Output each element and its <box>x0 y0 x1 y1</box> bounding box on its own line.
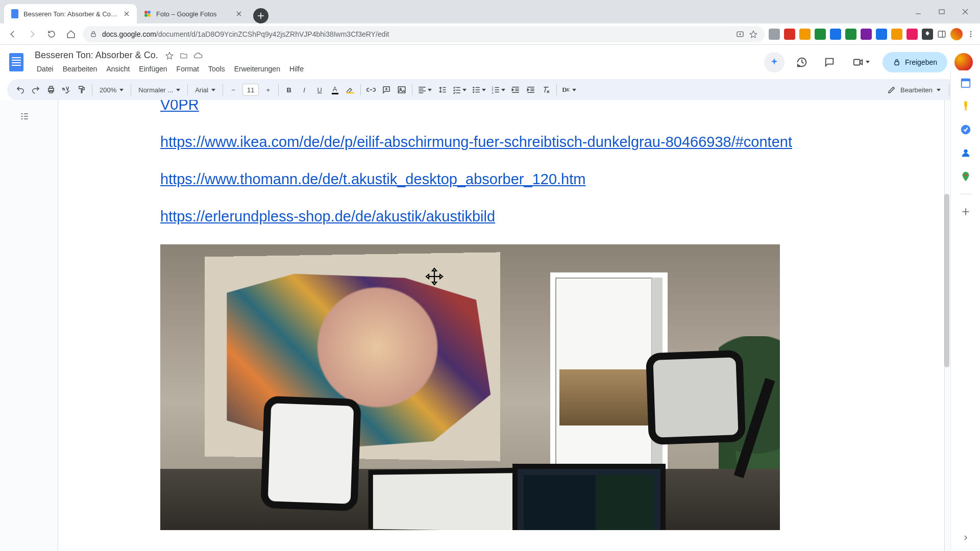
add-comment-button[interactable] <box>379 83 394 97</box>
increase-indent-button[interactable] <box>524 83 538 97</box>
hide-side-panel-button[interactable] <box>962 534 970 542</box>
reload-button[interactable] <box>44 27 59 42</box>
document-link[interactable]: V0PR <box>160 100 908 115</box>
paragraph-style-select[interactable]: Normaler ... <box>134 83 184 97</box>
extension-icon[interactable] <box>861 29 872 40</box>
gemini-button[interactable] <box>764 52 785 72</box>
extension-icon[interactable] <box>830 29 841 40</box>
meet-button[interactable] <box>847 52 875 72</box>
menu-edit[interactable]: Bearbeiten <box>59 63 102 75</box>
tab-docs[interactable]: Besseren Ton: Absorber & Co. - G <box>4 4 137 23</box>
redo-button[interactable] <box>29 83 43 97</box>
close-icon[interactable] <box>122 10 131 18</box>
document-canvas[interactable]: V0PR https://www.ikea.com/de/de/p/eilif-… <box>0 100 950 551</box>
insert-link-button[interactable] <box>364 83 378 97</box>
italic-button[interactable]: I <box>297 83 311 97</box>
bold-button[interactable]: B <box>282 83 296 97</box>
svg-rect-13 <box>895 61 899 65</box>
checklist-button[interactable] <box>450 83 469 97</box>
vertical-scrollbar[interactable] <box>944 194 949 367</box>
tab-photos[interactable]: Foto – Google Fotos <box>137 4 249 23</box>
outline-toggle-button[interactable] <box>15 107 34 126</box>
svg-point-32 <box>964 174 967 177</box>
paint-format-button[interactable] <box>75 83 89 97</box>
svg-rect-15 <box>50 86 53 88</box>
menu-tools[interactable]: Tools <box>204 63 229 75</box>
tasks-icon[interactable] <box>960 123 972 136</box>
line-spacing-button[interactable] <box>435 83 449 97</box>
install-icon[interactable] <box>736 30 744 38</box>
font-size-input[interactable]: 11 <box>242 84 259 96</box>
contacts-icon[interactable] <box>960 147 972 159</box>
document-link[interactable]: https://erlerundpless-shop.de/de/akustik… <box>160 207 908 227</box>
extension-icon[interactable] <box>891 29 902 40</box>
get-addons-button[interactable] <box>960 206 972 218</box>
underline-button[interactable]: U <box>312 83 327 97</box>
font-select[interactable]: Arial <box>191 83 219 97</box>
menu-extensions[interactable]: Erweiterungen <box>230 63 284 75</box>
menu-view[interactable]: Ansicht <box>102 63 134 75</box>
svg-point-20 <box>473 89 474 91</box>
menu-format[interactable]: Format <box>173 63 203 75</box>
side-panel-icon[interactable] <box>937 30 946 39</box>
new-tab-button[interactable] <box>253 8 268 23</box>
maps-icon[interactable] <box>960 170 972 183</box>
document-title[interactable]: Besseren Ton: Absorber & Co. <box>33 49 160 62</box>
star-icon[interactable] <box>164 51 175 61</box>
docs-logo[interactable] <box>7 51 26 73</box>
extension-icon[interactable] <box>799 29 811 40</box>
back-button[interactable] <box>5 27 20 42</box>
dictate-button[interactable]: DE <box>560 83 578 97</box>
document-image[interactable] <box>160 244 780 530</box>
extension-icon[interactable] <box>906 29 918 40</box>
star-icon[interactable] <box>749 30 757 38</box>
history-button[interactable] <box>792 52 812 72</box>
menu-icon[interactable] <box>967 30 975 38</box>
document-link[interactable]: https://www.ikea.com/de/de/p/eilif-absch… <box>160 132 908 152</box>
home-button[interactable] <box>63 27 79 42</box>
share-button[interactable]: Freigeben <box>883 52 947 72</box>
menu-file[interactable]: Datei <box>33 63 58 75</box>
spellcheck-button[interactable] <box>59 83 74 97</box>
text-color-button[interactable]: A <box>328 83 342 97</box>
omnibox[interactable]: docs.google.com/document/d/1aD8O9YcinZCS… <box>83 26 765 42</box>
svg-text:3: 3 <box>492 91 494 94</box>
calendar-icon[interactable] <box>960 77 972 89</box>
extension-icon[interactable] <box>784 29 795 40</box>
menu-help[interactable]: Hilfe <box>285 63 308 75</box>
docs-header: Besseren Ton: Absorber & Co. Datei Bearb… <box>0 45 980 75</box>
extension-icon[interactable] <box>769 29 780 40</box>
keep-icon[interactable] <box>960 100 972 112</box>
document-link[interactable]: https://www.thomann.de/de/t.akustik_desk… <box>160 169 908 189</box>
decrease-font-button[interactable]: − <box>226 84 240 96</box>
extension-icon[interactable] <box>845 29 856 40</box>
comments-button[interactable] <box>819 52 840 72</box>
close-window-icon[interactable] <box>953 4 977 19</box>
clear-formatting-button[interactable] <box>539 83 553 97</box>
chevron-down-icon <box>428 89 432 91</box>
decrease-indent-button[interactable] <box>508 83 523 97</box>
extension-icon[interactable] <box>815 29 826 40</box>
extensions-menu-icon[interactable] <box>922 29 933 40</box>
menu-insert[interactable]: Einfügen <box>135 63 171 75</box>
extension-icon[interactable] <box>876 29 887 40</box>
zoom-select[interactable]: 200% <box>95 83 128 97</box>
cloud-status-icon[interactable] <box>193 51 203 61</box>
insert-image-button[interactable] <box>395 83 409 97</box>
editing-mode-select[interactable]: Bearbeiten <box>882 85 946 94</box>
move-icon[interactable] <box>179 51 189 61</box>
profile-avatar[interactable] <box>950 28 963 40</box>
account-avatar[interactable] <box>954 53 973 71</box>
bulleted-list-button[interactable] <box>470 83 488 97</box>
align-button[interactable] <box>415 83 434 97</box>
chevron-down-icon <box>482 89 486 91</box>
undo-button[interactable] <box>13 83 28 97</box>
close-icon[interactable] <box>235 10 243 18</box>
maximize-icon[interactable] <box>930 4 953 19</box>
highlight-button[interactable] <box>343 83 357 97</box>
numbered-list-button[interactable]: 123 <box>489 83 507 97</box>
minimize-icon[interactable] <box>906 4 930 19</box>
print-button[interactable] <box>44 83 58 97</box>
forward-button[interactable] <box>24 27 40 42</box>
increase-font-button[interactable]: + <box>261 84 275 96</box>
